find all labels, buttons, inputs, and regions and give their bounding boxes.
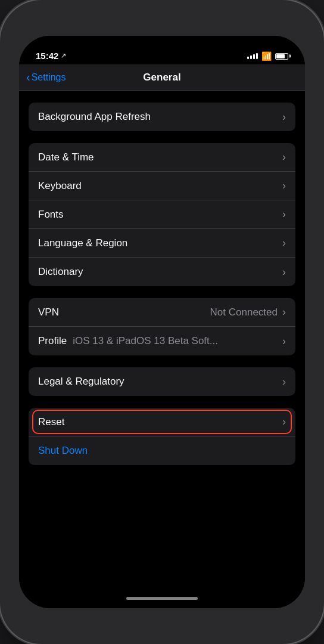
row-legal-regulatory[interactable]: Legal & Regulatory › xyxy=(29,367,295,396)
phone-frame: 15:42 ↗ 📶 ‹ Settings xyxy=(0,0,324,644)
vpn-value: Not Connected xyxy=(210,306,278,318)
section-reset: Reset › Shut Down xyxy=(19,408,305,465)
status-time: 15:42 xyxy=(36,51,58,61)
settings-group-4: Legal & Regulatory › xyxy=(29,367,295,396)
chevron-icon: › xyxy=(282,306,286,318)
row-profile[interactable]: Profile iOS 13 & iPadOS 13 Beta Soft... … xyxy=(29,327,295,355)
keyboard-label: Keyboard xyxy=(38,180,82,192)
profile-value: iOS 13 & iPadOS 13 Beta Soft... xyxy=(73,335,218,347)
location-icon: ↗ xyxy=(61,52,66,60)
notch xyxy=(114,36,210,52)
section-legal: Legal & Regulatory › xyxy=(19,367,305,396)
wifi-icon: 📶 xyxy=(261,51,272,61)
settings-group-1: Background App Refresh › xyxy=(29,103,295,131)
section-background-app: Background App Refresh › xyxy=(19,103,305,131)
home-bar xyxy=(126,597,198,600)
back-chevron-icon: ‹ xyxy=(26,70,30,84)
status-icons: 📶 xyxy=(247,51,288,61)
content-area: Background App Refresh › Date & Time xyxy=(19,91,305,588)
row-shutdown[interactable]: Shut Down xyxy=(29,436,295,465)
profile-label: Profile xyxy=(38,335,67,347)
chevron-icon: › xyxy=(282,179,286,192)
settings-group-3: VPN Not Connected › Profile iOS 13 & iPa… xyxy=(29,298,295,355)
nav-bar: ‹ Settings General xyxy=(19,64,305,91)
back-button[interactable]: ‹ Settings xyxy=(26,71,66,84)
date-time-label: Date & Time xyxy=(38,151,94,163)
row-vpn[interactable]: VPN Not Connected › xyxy=(29,298,295,327)
battery-icon xyxy=(275,53,288,60)
row-reset[interactable]: Reset › xyxy=(29,408,295,436)
background-app-refresh-label: Background App Refresh xyxy=(38,111,151,123)
chevron-icon: › xyxy=(282,237,286,249)
vpn-label: VPN xyxy=(38,306,59,318)
page-title: General xyxy=(143,72,180,83)
row-dictionary[interactable]: Dictionary › xyxy=(29,258,295,286)
back-label: Settings xyxy=(32,72,66,83)
section-network: VPN Not Connected › Profile iOS 13 & iPa… xyxy=(19,298,305,355)
phone-screen: 15:42 ↗ 📶 ‹ Settings xyxy=(19,36,305,608)
row-background-app-refresh[interactable]: Background App Refresh › xyxy=(29,103,295,131)
settings-group-2: Date & Time › Keyboard › xyxy=(29,143,295,286)
chevron-icon: › xyxy=(282,335,286,348)
chevron-icon: › xyxy=(282,266,286,278)
chevron-icon: › xyxy=(282,151,286,163)
chevron-icon: › xyxy=(282,208,286,221)
row-fonts[interactable]: Fonts › xyxy=(29,200,295,229)
legal-regulatory-label: Legal & Regulatory xyxy=(38,376,124,388)
language-region-label: Language & Region xyxy=(38,237,127,249)
chevron-icon: › xyxy=(282,376,286,388)
row-date-time[interactable]: Date & Time › xyxy=(29,143,295,172)
row-keyboard[interactable]: Keyboard › xyxy=(29,172,295,200)
settings-group-5: Reset › Shut Down xyxy=(29,408,295,465)
signal-icon xyxy=(247,53,258,59)
chevron-icon: › xyxy=(282,416,286,428)
dictionary-label: Dictionary xyxy=(38,266,83,278)
fonts-label: Fonts xyxy=(38,209,64,221)
chevron-icon: › xyxy=(282,111,286,123)
home-indicator xyxy=(19,588,305,608)
row-language-region[interactable]: Language & Region › xyxy=(29,229,295,258)
section-input: Date & Time › Keyboard › xyxy=(19,143,305,286)
reset-label: Reset xyxy=(38,416,64,428)
shutdown-label: Shut Down xyxy=(38,445,88,457)
